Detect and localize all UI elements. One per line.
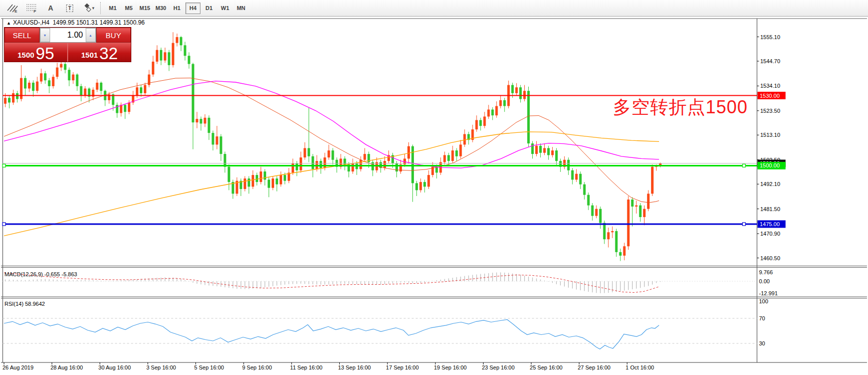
sell-price-big: 95	[36, 46, 54, 61]
timeframe-m5[interactable]: M5	[121, 3, 136, 14]
drawing-tools-group: EFAT▾	[3, 2, 98, 15]
svg-text:3 Sep 16:00: 3 Sep 16:00	[146, 364, 176, 370]
svg-text:9.766: 9.766	[759, 269, 773, 275]
svg-text:1492.10: 1492.10	[760, 181, 780, 187]
chart-region: 1555.101544.701534.101523.501513.101502.…	[0, 17, 868, 375]
volume-input[interactable]: 1.00	[50, 28, 86, 42]
svg-text:F: F	[34, 9, 36, 13]
volume-down-icon[interactable]: ▾	[40, 28, 50, 42]
svg-text:25 Sep 16:00: 25 Sep 16:00	[530, 364, 562, 370]
svg-text:1500.00: 1500.00	[760, 162, 780, 168]
svg-text:1513.10: 1513.10	[760, 132, 780, 138]
buy-price-display[interactable]: 1501 32	[68, 43, 131, 62]
svg-text:1 Oct 16:00: 1 Oct 16:00	[625, 364, 654, 370]
timeframe-mn[interactable]: MN	[234, 3, 249, 14]
sell-button[interactable]: SELL	[5, 28, 40, 43]
svg-text:1534.10: 1534.10	[760, 83, 780, 89]
svg-text:1544.70: 1544.70	[760, 58, 780, 64]
ohlc-readout: 1499.95 1501.31 1499.31 1500.96	[53, 19, 145, 26]
text-icon-glyph: A	[48, 4, 53, 12]
svg-text:28 Aug 16:00: 28 Aug 16:00	[51, 364, 83, 370]
svg-text:30: 30	[759, 340, 765, 346]
svg-text:1470.90: 1470.90	[760, 231, 780, 237]
timeframe-m15[interactable]: M15	[137, 3, 152, 14]
arrows-icon[interactable]: ▾	[79, 2, 98, 15]
svg-text:9 Sep 16:00: 9 Sep 16:00	[242, 364, 272, 370]
rsi-label: RSI(14) 58.9642	[5, 301, 45, 307]
svg-text:1475.00: 1475.00	[760, 221, 780, 227]
mt4-window: { "toolbar": { "tools": [ {"name":"equid…	[0, 0, 868, 375]
timeframe-buttons-group: M1M5M15M30H1H4D1W1MN	[105, 3, 249, 14]
timeframe-h1[interactable]: H1	[169, 3, 184, 14]
sell-price-display[interactable]: 1500 95	[5, 43, 67, 62]
timeframe-h4[interactable]: H4	[185, 3, 200, 14]
chart-frame	[0, 17, 868, 375]
svg-text:1460.50: 1460.50	[760, 255, 780, 261]
annotation-text[interactable]: 多空转折点1500	[613, 95, 748, 120]
buy-button[interactable]: BUY	[96, 28, 131, 43]
svg-text:-12.991: -12.991	[759, 290, 778, 296]
buy-price-big: 32	[99, 46, 118, 61]
text-label-icon[interactable]: T	[60, 2, 79, 15]
text-label-icon-glyph: T	[66, 5, 73, 12]
one-click-trading-panel: SELL ▾ 1.00 ▴ BUY 1500 95 1501 32	[4, 27, 131, 62]
hline-badge-1530: 1530.00	[758, 92, 786, 99]
timeframe-w1[interactable]: W1	[218, 3, 233, 14]
chart-canvas[interactable]: 1555.101544.701534.101523.501513.101502.…	[0, 17, 868, 375]
svg-text:70: 70	[759, 315, 765, 321]
timeframe-d1[interactable]: D1	[201, 3, 216, 14]
svg-text:30 Aug 16:00: 30 Aug 16:00	[98, 364, 131, 370]
symbol-header: ▲XAUUSD-,H4 1499.95 1501.31 1499.31 1500…	[7, 19, 145, 26]
volume-stepper: ▾ 1.00 ▴	[40, 28, 96, 43]
toolbar-separator	[100, 2, 101, 14]
svg-text:E: E	[15, 9, 18, 13]
volume-up-icon[interactable]: ▴	[86, 28, 96, 42]
text-icon[interactable]: A	[41, 2, 60, 15]
svg-text:23 Sep 16:00: 23 Sep 16:00	[482, 364, 514, 370]
timeframe-m1[interactable]: M1	[105, 3, 120, 14]
hline-badge-1475: 1475.00	[758, 220, 786, 228]
macd-label: MACD(12,26,9) -0.655 -5.863	[5, 271, 77, 277]
sell-price-small: 1500	[18, 51, 34, 59]
top-toolbar: EFAT▾ M1M5M15M30H1H4D1W1MN	[0, 0, 868, 17]
svg-text:26 Aug 2019: 26 Aug 2019	[3, 364, 34, 370]
svg-text:100: 100	[759, 298, 768, 304]
collapse-panel-icon[interactable]: ▲	[7, 21, 11, 26]
svg-text:5 Sep 16:00: 5 Sep 16:00	[194, 364, 224, 370]
svg-text:27 Sep 16:00: 27 Sep 16:00	[578, 364, 610, 370]
buy-price-small: 1501	[81, 51, 98, 59]
svg-text:13 Sep 16:00: 13 Sep 16:00	[338, 364, 370, 370]
equidistant-channel-icon[interactable]: E	[3, 2, 22, 15]
timeframe-m30[interactable]: M30	[153, 3, 168, 14]
svg-text:1481.50: 1481.50	[760, 206, 780, 212]
symbol-title: XAUUSD-,H4	[13, 19, 50, 26]
svg-text:0.00: 0.00	[759, 278, 770, 284]
svg-text:1555.10: 1555.10	[760, 34, 780, 40]
svg-text:19 Sep 16:00: 19 Sep 16:00	[434, 364, 467, 370]
hline-badge-1500: 1500.00	[758, 162, 786, 169]
svg-text:1523.50: 1523.50	[760, 108, 780, 114]
svg-text:11 Sep 16:00: 11 Sep 16:00	[290, 364, 323, 370]
fibonacci-icon[interactable]: F	[22, 2, 41, 15]
svg-text:17 Sep 16:00: 17 Sep 16:00	[386, 364, 418, 370]
svg-text:1530.00: 1530.00	[760, 93, 780, 99]
